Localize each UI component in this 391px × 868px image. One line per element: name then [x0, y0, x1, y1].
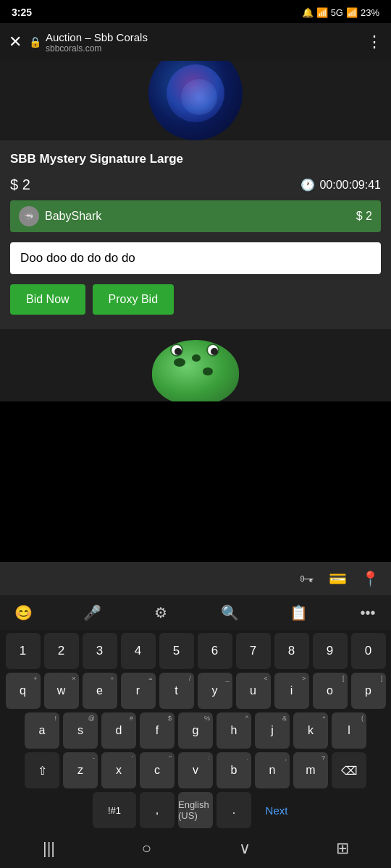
- key-k[interactable]: k*: [293, 712, 328, 749]
- browser-title-block: Auction – Sbb Corals sbbcorals.com: [46, 31, 148, 54]
- timer: 🕐 00:00:09:41: [300, 178, 381, 192]
- bidder-name: BabyShark: [45, 210, 101, 223]
- coral-image-top: [0, 61, 391, 140]
- key-v[interactable]: v:: [178, 752, 213, 788]
- coral-image-bottom: [0, 329, 391, 401]
- signal-icon: 🔔: [302, 7, 314, 18]
- status-bar: 3:25 🔔 📶 5G 📶 23%: [0, 0, 391, 23]
- key-y[interactable]: y_: [198, 673, 232, 709]
- key-h[interactable]: h^: [216, 712, 251, 749]
- key-e[interactable]: e÷: [83, 673, 117, 709]
- key-p[interactable]: p]: [351, 673, 386, 709]
- key-a[interactable]: a!: [25, 712, 59, 749]
- key-j[interactable]: j&: [255, 712, 290, 749]
- browser-title: Auction – Sbb Corals: [46, 31, 148, 43]
- bidder-amount: $ 2: [356, 210, 372, 223]
- coral-frog-image: [141, 333, 250, 401]
- key-3[interactable]: 3: [83, 633, 117, 669]
- more-button[interactable]: •••: [355, 600, 381, 626]
- bottom-nav: ||| ○ ∨ ⊞: [0, 832, 391, 868]
- key-n[interactable]: n,: [255, 752, 290, 788]
- price-timer-row: $ 2 🕐 00:00:09:41: [10, 176, 381, 193]
- wifi-icon: 📶: [316, 7, 328, 18]
- timer-value: 00:00:09:41: [319, 179, 381, 192]
- signal-bars: 📶: [346, 7, 358, 18]
- bidder-info: 🦈 BabyShark: [19, 206, 101, 226]
- delete-key[interactable]: ⌫: [332, 752, 366, 788]
- browser-url: sbbcorals.com: [46, 43, 148, 54]
- key-x[interactable]: x': [101, 752, 136, 788]
- key-r[interactable]: r=: [121, 673, 156, 709]
- bottom-row: !#1 , English (US) . Next: [3, 792, 388, 828]
- bid-buttons: Bid Now Proxy Bid: [10, 284, 381, 315]
- qwerty-row: q+ w× e÷ r= t/ y_ u< i> o[ p]: [3, 673, 388, 709]
- key-5[interactable]: 5: [159, 633, 194, 669]
- nav-menu-button[interactable]: |||: [28, 838, 71, 859]
- zxcv-row: ⇧ z- x' c" v: b. n, m? ⌫: [3, 752, 388, 788]
- key-f[interactable]: f$: [140, 712, 175, 749]
- key-l[interactable]: l(: [332, 712, 366, 749]
- lock-icon: 🔒: [29, 36, 41, 48]
- browser-menu-button[interactable]: ⋮: [366, 33, 382, 51]
- key-w[interactable]: w×: [44, 673, 79, 709]
- key-t[interactable]: t/: [159, 673, 194, 709]
- key-2[interactable]: 2: [44, 633, 79, 669]
- key-m[interactable]: m?: [293, 752, 328, 788]
- location-icon[interactable]: 📍: [361, 570, 379, 587]
- key-b[interactable]: b.: [216, 752, 251, 788]
- url-area[interactable]: 🔒 Auction – Sbb Corals sbbcorals.com: [29, 31, 359, 54]
- key-0[interactable]: 0: [351, 633, 386, 669]
- symbols-key[interactable]: !#1: [93, 792, 136, 828]
- nav-back-button[interactable]: ∨: [223, 838, 266, 859]
- bidder-row: 🦈 BabyShark $ 2: [10, 200, 381, 232]
- nav-home-button[interactable]: ○: [125, 838, 169, 859]
- number-row: 1 2 3 4 5 6 7 8 9 0: [3, 633, 388, 669]
- web-content: SBB Mystery Signature Large $ 2 🕐 00:00:…: [0, 61, 391, 401]
- next-key[interactable]: Next: [255, 792, 298, 828]
- keyboard-area: 🗝 💳 📍 😊 🎤 ⚙ 🔍 📋 ••• 1 2 3 4 5 6 7 8 9 0 …: [0, 562, 391, 868]
- bid-now-button[interactable]: Bid Now: [10, 284, 85, 315]
- browser-bar: ✕ 🔒 Auction – Sbb Corals sbbcorals.com ⋮: [0, 23, 391, 61]
- key-8[interactable]: 8: [274, 633, 309, 669]
- frog-body: [152, 340, 239, 401]
- clipboard-button[interactable]: 📋: [286, 600, 312, 626]
- key-q[interactable]: q+: [6, 673, 41, 709]
- key-6[interactable]: 6: [198, 633, 232, 669]
- key-i[interactable]: i>: [274, 673, 309, 709]
- item-name: SBB Mystery Signature Large: [10, 152, 381, 166]
- nav-apps-button[interactable]: ⊞: [321, 838, 364, 859]
- emoji-button[interactable]: 😊: [10, 600, 36, 626]
- key-d[interactable]: d#: [101, 712, 136, 749]
- search-button[interactable]: 🔍: [217, 600, 243, 626]
- card-icon[interactable]: 💳: [329, 570, 347, 587]
- asdf-row: a! s@ d# f$ g% h^ j& k* l(: [3, 712, 388, 749]
- key-7[interactable]: 7: [236, 633, 271, 669]
- comma-key[interactable]: ,: [140, 792, 175, 828]
- key-z[interactable]: z-: [63, 752, 98, 788]
- close-button[interactable]: ✕: [9, 33, 22, 51]
- key-9[interactable]: 9: [313, 633, 348, 669]
- key-u[interactable]: u<: [236, 673, 271, 709]
- coral-glow: [181, 79, 217, 115]
- bid-input[interactable]: [10, 242, 381, 274]
- coral-image: [148, 61, 243, 140]
- coral-inner: [167, 64, 224, 122]
- settings-button[interactable]: ⚙: [148, 600, 174, 626]
- keyboard-utils-row: 😊 🎤 ⚙ 🔍 📋 •••: [0, 595, 391, 630]
- key-o[interactable]: o[: [313, 673, 348, 709]
- status-right: 🔔 📶 5G 📶 23%: [302, 7, 379, 18]
- timer-icon: 🕐: [300, 178, 315, 192]
- key-s[interactable]: s@: [63, 712, 98, 749]
- key-g[interactable]: g%: [178, 712, 213, 749]
- status-time: 3:25: [12, 7, 32, 18]
- key-4[interactable]: 4: [121, 633, 156, 669]
- microphone-button[interactable]: 🎤: [79, 600, 105, 626]
- key-1[interactable]: 1: [6, 633, 41, 669]
- battery-label: 23%: [361, 7, 379, 18]
- space-key[interactable]: English (US): [178, 792, 213, 828]
- shift-key[interactable]: ⇧: [25, 752, 59, 788]
- proxy-bid-button[interactable]: Proxy Bid: [93, 284, 174, 315]
- key-icon[interactable]: 🗝: [300, 571, 314, 587]
- key-c[interactable]: c": [140, 752, 175, 788]
- period-key[interactable]: .: [216, 792, 251, 828]
